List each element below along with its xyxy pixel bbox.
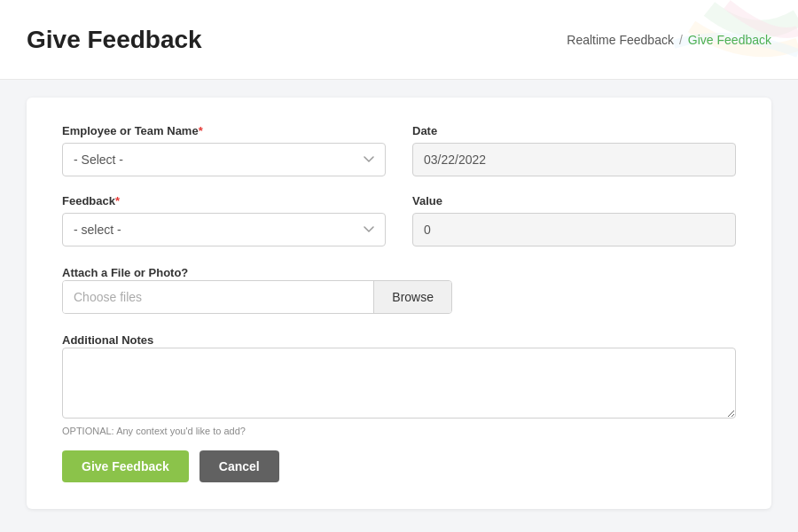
value-input [412,213,736,246]
file-section: Attach a File or Photo? Choose files Bro… [62,264,736,314]
feedback-group: Feedback* - select - [62,194,386,246]
date-label: Date [412,124,736,137]
form-container: Employee or Team Name* - Select - Date F… [27,98,771,509]
row-feedback-value: Feedback* - select - Value [62,194,736,246]
date-group: Date [412,124,736,176]
file-placeholder: Choose files [63,281,373,313]
row-employee-date: Employee or Team Name* - Select - Date [62,124,736,176]
browse-button[interactable]: Browse [373,281,451,313]
breadcrumb-parent[interactable]: Realtime Feedback [567,33,674,47]
date-input [412,143,736,176]
submit-button[interactable]: Give Feedback [62,450,189,482]
value-label: Value [412,194,736,207]
employee-label: Employee or Team Name* [62,124,386,137]
notes-section: Additional Notes OPTIONAL: Any context y… [62,332,736,436]
notes-label: Additional Notes [62,333,153,347]
breadcrumb: Realtime Feedback / Give Feedback [567,33,771,47]
value-group: Value [412,194,736,246]
employee-select[interactable]: - Select - [62,143,386,176]
notes-textarea[interactable] [62,348,736,419]
feedback-select[interactable]: - select - [62,213,386,246]
page-header: Give Feedback Realtime Feedback / Give F… [0,0,798,80]
attach-label: Attach a File or Photo? [62,266,188,279]
file-input-wrapper: Choose files Browse [62,280,452,314]
feedback-label: Feedback* [62,194,386,207]
breadcrumb-current: Give Feedback [688,33,771,47]
action-buttons: Give Feedback Cancel [62,450,736,482]
page-title: Give Feedback [27,26,202,54]
employee-group: Employee or Team Name* - Select - [62,124,386,176]
notes-hint: OPTIONAL: Any context you'd like to add? [62,426,736,436]
cancel-button[interactable]: Cancel [200,450,279,482]
breadcrumb-separator: / [679,33,683,47]
